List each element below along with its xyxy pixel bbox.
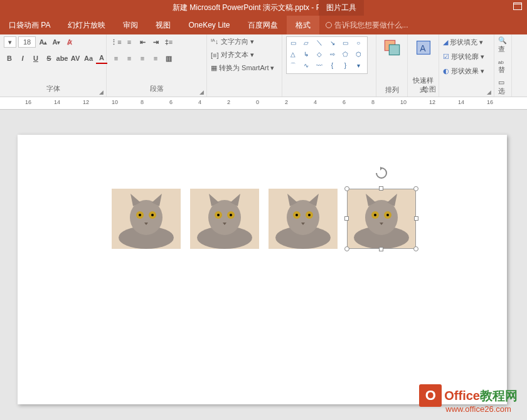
paragraph-dialog-launcher[interactable]: ◢ <box>200 89 204 95</box>
ribbon: ▾ 18 A▴ A▾ A̷ B I U S abe AV Aa A 字体 ◢ ⋮… <box>0 34 527 97</box>
shape-curve-icon[interactable]: ⌒ <box>288 61 298 70</box>
group-label-font: 字体 <box>4 84 102 95</box>
image-cat-2[interactable] <box>190 189 259 249</box>
underline-button[interactable]: U <box>30 53 41 64</box>
text-direction-button[interactable]: ᴵᴬ↓文字方向 ▾ <box>211 36 254 47</box>
svg-rect-1 <box>389 45 399 55</box>
draw-dialog-launcher[interactable]: ◢ <box>487 89 491 95</box>
selection-box[interactable] <box>347 189 416 249</box>
watermark-logo-icon: O <box>419 384 442 407</box>
handle-nw[interactable] <box>344 186 349 191</box>
strike-button[interactable]: S <box>43 53 55 64</box>
svg-point-14 <box>217 214 220 216</box>
shape-pentagon-icon[interactable]: ⬠ <box>340 50 350 58</box>
shape-connector-icon[interactable]: ↳ <box>301 50 311 58</box>
bold-button[interactable]: B <box>4 53 15 64</box>
indent-inc-button[interactable]: ⇥ <box>150 36 161 48</box>
tab-view[interactable]: 视图 <box>147 16 179 34</box>
tell-me[interactable]: 告诉我您想要做什么... <box>326 20 408 31</box>
columns-button[interactable]: ▥ <box>163 53 174 64</box>
handle-se[interactable] <box>413 246 418 251</box>
canvas-area[interactable]: OOffice教程网 www.office26.com <box>0 110 527 420</box>
bulb-icon <box>326 22 332 28</box>
select-button[interactable]: ▭ 选 <box>498 78 508 96</box>
shape-wave-icon[interactable]: 〰 <box>314 61 324 70</box>
shape-brace-l-icon[interactable]: { <box>327 61 338 70</box>
handle-w[interactable] <box>344 216 349 221</box>
shape-arc-icon[interactable]: ∿ <box>301 61 311 70</box>
arrange-icon <box>383 39 401 56</box>
shape-line-icon[interactable]: ＼ <box>314 38 324 47</box>
shape-triangle-icon[interactable]: △ <box>288 50 298 58</box>
shape-outline-button[interactable]: ☑形状轮廓 ▾ <box>443 51 484 63</box>
shape-fill-button[interactable]: ◢形状填充 ▾ <box>443 36 483 48</box>
svg-text:A: A <box>420 43 426 53</box>
shape-effects-button[interactable]: ◐形状效果 ▾ <box>443 65 484 77</box>
spacing-button[interactable]: AV <box>70 53 81 64</box>
font-family-select[interactable]: ▾ <box>4 36 16 48</box>
clear-format-button[interactable]: A̷ <box>64 36 75 48</box>
tab-format[interactable]: 格式 <box>287 16 319 34</box>
tab-onekey[interactable]: OneKey Lite <box>179 16 238 34</box>
justify-button[interactable]: ≡ <box>150 53 161 64</box>
shape-linearrow-icon[interactable]: ↘ <box>327 38 338 47</box>
align-center-button[interactable]: ≡ <box>124 53 135 64</box>
numbering-button[interactable]: ≡ <box>124 36 135 48</box>
font-dialog-launcher[interactable]: ◢ <box>99 89 104 95</box>
shape-textbox-icon[interactable]: ▭ <box>288 38 298 47</box>
smartart-icon: ▦ <box>211 64 217 72</box>
shape-oval-icon[interactable]: ○ <box>353 38 363 47</box>
horizontal-ruler[interactable]: 16 14 12 10 8 6 4 2 0 2 4 6 8 10 12 14 1… <box>0 97 527 110</box>
shape-hex-icon[interactable]: ⬡ <box>353 50 363 58</box>
shapes-gallery[interactable]: ▭▱＼↘▭○ △↳◇⇨⬠⬡ ⌒∿〰{}▾ <box>286 36 368 74</box>
quick-styles-icon: A <box>415 39 432 56</box>
handle-e[interactable] <box>414 216 418 221</box>
font-color-button[interactable]: A <box>96 53 107 64</box>
replace-button[interactable]: ab 替 <box>498 58 508 75</box>
shape-rect-icon[interactable]: ▭ <box>340 38 350 47</box>
slide[interactable] <box>18 135 507 404</box>
bullets-button[interactable]: ⋮≡ <box>110 36 122 48</box>
outline-icon: ☑ <box>443 53 449 61</box>
group-shape-style: ◢形状填充 ▾ ☑形状轮廓 ▾ ◐形状效果 ▾ 绘图 ◢ <box>439 34 494 97</box>
group-label-paragraph: 段落 <box>110 84 203 95</box>
shape-picture-icon[interactable]: ▱ <box>301 38 311 47</box>
svg-point-20 <box>295 214 298 216</box>
maximize-icon[interactable] <box>513 3 522 10</box>
align-right-button[interactable]: ≡ <box>137 53 148 64</box>
shape-arrow-icon[interactable]: ⇨ <box>327 50 338 58</box>
case-button[interactable]: Aa <box>83 53 94 64</box>
rotate-handle[interactable] <box>375 167 388 179</box>
effects-icon: ◐ <box>443 67 449 75</box>
group-font: ▾ 18 A▴ A▾ A̷ B I U S abe AV Aa A 字体 ◢ <box>0 34 107 97</box>
italic-button[interactable]: I <box>17 53 28 64</box>
shape-diamond-icon[interactable]: ◇ <box>314 50 324 58</box>
image-cat-3[interactable] <box>269 189 338 249</box>
shadow-button[interactable]: abe <box>56 53 68 64</box>
tab-pocket-anim[interactable]: 口袋动画 PA <box>0 16 59 34</box>
indent-dec-button[interactable]: ⇤ <box>137 36 148 48</box>
tab-review[interactable]: 审阅 <box>114 16 147 34</box>
watermark: OOffice教程网 www.office26.com <box>419 384 518 414</box>
font-size-select[interactable]: 18 <box>18 36 36 48</box>
handle-sw[interactable] <box>344 246 349 251</box>
ribbon-tabs: 图片工具 口袋动画 PA 幻灯片放映 审阅 视图 OneKey Lite 百度网… <box>0 16 527 34</box>
handle-ne[interactable] <box>413 186 418 191</box>
image-cat-1[interactable] <box>112 189 181 249</box>
shape-more-icon[interactable]: ▾ <box>353 61 363 70</box>
shrink-font-button[interactable]: A▾ <box>51 36 62 48</box>
shape-brace-r-icon[interactable]: } <box>340 61 350 70</box>
handle-s[interactable] <box>379 247 383 251</box>
align-left-button[interactable]: ≡ <box>110 53 122 64</box>
grow-font-button[interactable]: A▴ <box>38 36 49 48</box>
tab-slideshow[interactable]: 幻灯片放映 <box>59 16 114 34</box>
align-text-button[interactable]: [≡]对齐文本 ▾ <box>211 50 254 60</box>
handle-n[interactable] <box>379 186 383 191</box>
line-spacing-button[interactable]: ‡≡ <box>163 36 174 48</box>
group-label-draw: 绘图 <box>364 85 494 95</box>
tab-baidu[interactable]: 百度网盘 <box>239 16 287 34</box>
watermark-url: www.office26.com <box>445 404 518 414</box>
convert-smartart-button[interactable]: ▦转换为 SmartArt ▾ <box>211 63 274 73</box>
context-tool-label: 图片工具 <box>319 0 364 16</box>
find-button[interactable]: 🔍 查 <box>498 36 508 54</box>
